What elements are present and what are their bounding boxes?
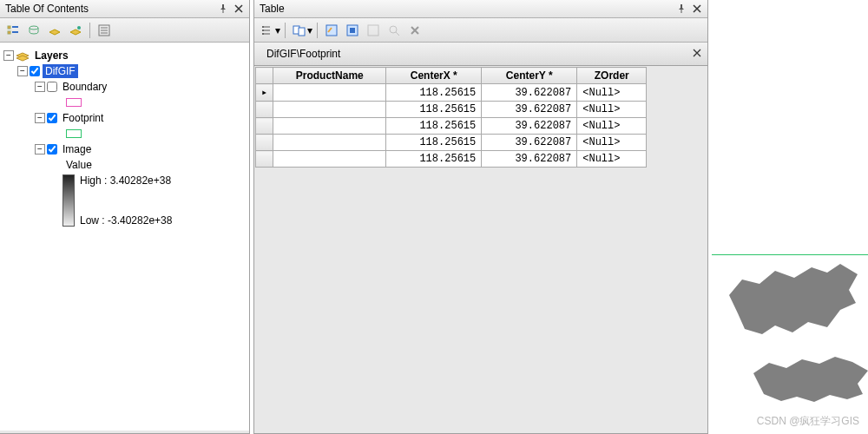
footprint-swatch[interactable] xyxy=(66,129,82,138)
expander-icon[interactable]: − xyxy=(3,50,14,61)
related-tables-icon[interactable] xyxy=(290,21,309,40)
cell[interactable]: <Null> xyxy=(577,84,647,102)
row-selector[interactable] xyxy=(256,118,273,135)
footprint-checkbox[interactable] xyxy=(47,113,57,123)
table-header: Table xyxy=(254,0,707,18)
cell[interactable] xyxy=(273,84,386,102)
layers-icon xyxy=(16,49,30,62)
table-title: Table xyxy=(260,3,676,15)
close-icon[interactable] xyxy=(233,3,244,14)
svg-rect-17 xyxy=(299,28,305,36)
svg-point-22 xyxy=(390,26,397,33)
table-row[interactable]: 118.2561539.622087<Null> xyxy=(256,118,647,135)
table-tab[interactable]: DifGIF\Footprint xyxy=(260,46,692,62)
svg-rect-0 xyxy=(8,26,10,29)
delete-selected-icon[interactable] xyxy=(405,21,424,40)
boundary-swatch-row xyxy=(3,95,246,110)
table-row[interactable]: 118.2561539.622087<Null> xyxy=(256,102,647,118)
tab-close-icon[interactable] xyxy=(692,48,702,61)
row-selector[interactable] xyxy=(256,151,273,168)
low-label: Low : -3.40282e+38 xyxy=(80,214,172,227)
map-footprint-outline xyxy=(712,254,868,255)
cell[interactable]: 39.622087 xyxy=(482,135,577,151)
cell[interactable]: 118.25615 xyxy=(386,135,482,151)
svg-rect-21 xyxy=(368,25,378,36)
expander-icon[interactable]: − xyxy=(35,144,45,155)
expander-icon[interactable]: − xyxy=(35,113,45,123)
zoom-selected-icon[interactable] xyxy=(385,21,404,40)
svg-rect-1 xyxy=(8,31,10,34)
select-by-attributes-icon[interactable] xyxy=(322,21,341,40)
expander-icon[interactable]: − xyxy=(17,66,28,76)
table-row[interactable]: 118.2561539.622087<Null> xyxy=(256,151,647,168)
pin-icon[interactable] xyxy=(218,3,228,14)
list-by-source-icon[interactable] xyxy=(24,21,43,40)
cell[interactable]: 39.622087 xyxy=(482,84,577,102)
table-row[interactable]: 118.2561539.622087<Null> xyxy=(256,135,647,151)
tree-item-boundary[interactable]: − Boundary xyxy=(3,79,246,95)
tree-root[interactable]: − Layers xyxy=(3,48,246,63)
table-grid-container: ProductNameCenterX *CenterY *ZOrder ▸118… xyxy=(254,66,707,433)
tree-item-image[interactable]: − Image xyxy=(3,141,246,157)
cell[interactable]: <Null> xyxy=(577,102,647,118)
cell[interactable] xyxy=(273,102,386,118)
dropdown-arrow-icon[interactable]: ▾ xyxy=(307,24,312,36)
cell[interactable]: 39.622087 xyxy=(482,102,577,118)
cell[interactable] xyxy=(273,118,386,135)
watermark: CSDN @疯狂学习GIS xyxy=(757,414,859,429)
cell[interactable] xyxy=(273,151,386,168)
close-icon[interactable] xyxy=(692,3,702,14)
layer-tree: − Layers − DifGIF − Boundary − Footprint xyxy=(0,43,249,431)
toc-toolbar xyxy=(0,18,249,43)
cell[interactable]: <Null> xyxy=(577,151,647,168)
svg-point-13 xyxy=(262,26,264,28)
boundary-checkbox[interactable] xyxy=(47,82,57,92)
col-header[interactable]: CenterX * xyxy=(386,68,482,84)
map-shape-1 xyxy=(720,260,868,339)
cell[interactable]: 118.25615 xyxy=(386,102,482,118)
row-selector[interactable]: ▸ xyxy=(256,84,273,102)
list-by-drawing-order-icon[interactable] xyxy=(3,21,23,40)
col-header[interactable]: ZOrder xyxy=(577,68,647,84)
map-view[interactable] xyxy=(712,0,868,434)
gradient-swatch[interactable] xyxy=(62,174,75,227)
clear-selection-icon[interactable] xyxy=(364,21,383,40)
svg-point-5 xyxy=(77,26,81,30)
cell[interactable]: 39.622087 xyxy=(482,151,577,168)
cell[interactable]: <Null> xyxy=(577,118,647,135)
tree-group[interactable]: − DifGIF xyxy=(3,63,246,79)
cell[interactable] xyxy=(273,135,386,151)
pin-icon[interactable] xyxy=(676,3,687,14)
toc-title: Table Of Contents xyxy=(5,3,218,15)
cell[interactable]: 118.25615 xyxy=(386,84,482,102)
switch-selection-icon[interactable] xyxy=(343,21,362,40)
expander-icon[interactable]: − xyxy=(35,82,45,92)
col-header[interactable]: CenterY * xyxy=(482,68,577,84)
toc-panel: Table Of Contents − Layers − DifGIF − Bo… xyxy=(0,0,250,434)
options-icon[interactable] xyxy=(95,21,114,40)
row-selector[interactable] xyxy=(256,102,273,118)
col-header[interactable]: ProductName xyxy=(273,68,386,84)
row-header-corner[interactable] xyxy=(256,68,273,84)
table-row[interactable]: ▸118.2561539.622087<Null> xyxy=(256,84,647,102)
table-panel: Table ▾ ▾ DifGIF\Footprint ProductNameCe… xyxy=(253,0,708,434)
cell[interactable]: 118.25615 xyxy=(386,118,482,135)
svg-point-14 xyxy=(262,30,264,31)
row-selector[interactable] xyxy=(256,135,273,151)
map-shape-2 xyxy=(746,347,868,408)
cell[interactable]: <Null> xyxy=(577,135,647,151)
data-grid[interactable]: ProductNameCenterX *CenterY *ZOrder ▸118… xyxy=(255,67,647,168)
tree-item-footprint[interactable]: − Footprint xyxy=(3,110,246,126)
boundary-swatch[interactable] xyxy=(66,98,82,107)
image-checkbox[interactable] xyxy=(47,144,57,155)
cell[interactable]: 118.25615 xyxy=(386,151,482,168)
list-by-visibility-icon[interactable] xyxy=(45,21,64,40)
list-by-selection-icon[interactable] xyxy=(66,21,85,40)
footprint-swatch-row xyxy=(3,126,246,141)
svg-point-4 xyxy=(30,26,38,30)
dropdown-arrow-icon[interactable]: ▾ xyxy=(275,24,280,36)
table-options-icon[interactable] xyxy=(258,21,277,40)
svg-rect-18 xyxy=(326,25,337,36)
cell[interactable]: 39.622087 xyxy=(482,118,577,135)
group-checkbox[interactable] xyxy=(30,66,40,76)
